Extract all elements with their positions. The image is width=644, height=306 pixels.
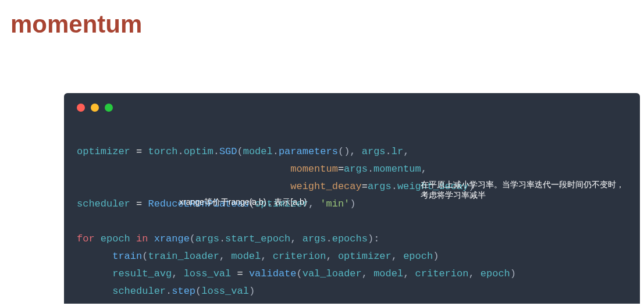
- code-token: criterion: [273, 251, 326, 262]
- minimize-icon: [91, 104, 99, 112]
- code-token: epoch: [403, 251, 433, 262]
- code-token: .: [368, 163, 373, 175]
- code-token: torch: [148, 146, 177, 157]
- page-title: momentum: [10, 10, 142, 38]
- code-token: [95, 233, 101, 244]
- code-token: (: [297, 268, 303, 279]
- code-token: for: [77, 233, 95, 244]
- code-token: =: [338, 163, 344, 175]
- code-indent: [77, 265, 112, 283]
- code-token: validate: [249, 268, 297, 279]
- code-token: (: [142, 251, 148, 262]
- code-token: model: [243, 146, 273, 157]
- code-token: args: [303, 233, 326, 244]
- code-token: ): [510, 268, 516, 279]
- code-token: .: [177, 146, 183, 157]
- code-token: weight_decay: [290, 181, 361, 192]
- window-dots: [77, 104, 627, 112]
- code-token: .: [326, 233, 332, 244]
- code-token: args: [368, 181, 392, 192]
- code-token: momentum: [290, 163, 338, 175]
- code-token: ,: [172, 268, 183, 279]
- code-token: scheduler: [77, 198, 130, 209]
- code-token: =: [362, 181, 368, 192]
- code-token: optimizer: [338, 251, 392, 262]
- code-token: ,: [350, 146, 361, 157]
- code-token: xrange: [154, 233, 190, 244]
- code-token: (: [195, 286, 201, 297]
- code-token: lr: [392, 146, 403, 157]
- code-token: ): [249, 286, 255, 297]
- code-indent: [77, 248, 112, 265]
- code-token: optim: [184, 146, 214, 157]
- code-token: loss_val: [201, 286, 249, 297]
- code-token: .: [166, 286, 172, 297]
- code-token: epochs: [332, 233, 368, 244]
- code-token: model: [231, 251, 261, 262]
- code-token: args: [362, 146, 386, 157]
- code-token: val_loader: [303, 268, 362, 279]
- code-token: [148, 233, 154, 244]
- code-indent: [77, 283, 112, 300]
- annotation-xrange: xrange等价于range(a,b)，表示[a,b): [179, 197, 354, 207]
- code-token: momentum: [373, 163, 421, 175]
- code-token: .: [386, 146, 392, 157]
- code-token: loss_val: [184, 268, 232, 279]
- code-token: (: [190, 233, 195, 244]
- code-token: ,: [468, 268, 480, 279]
- code-token: .: [214, 146, 219, 157]
- code-token: result_avg: [112, 268, 172, 279]
- code-token: epoch: [101, 233, 130, 244]
- code-token: start_epoch: [225, 233, 290, 244]
- code-token: ,: [362, 268, 373, 279]
- code-token: train_loader: [148, 251, 219, 262]
- code-token: in: [136, 233, 148, 244]
- code-token: args: [195, 233, 219, 244]
- code-token: .: [273, 146, 279, 157]
- code-block: optimizer = torch.optim.SGD(model.parame…: [77, 126, 627, 306]
- code-token: model: [373, 268, 403, 279]
- code-token: train: [112, 251, 142, 262]
- code-token: args: [344, 163, 368, 175]
- code-token: ):: [368, 233, 379, 244]
- code-token: .: [219, 233, 225, 244]
- code-token: ): [433, 251, 439, 262]
- code-token: epoch: [481, 268, 510, 279]
- code-token: scheduler: [112, 286, 166, 297]
- code-token: ,: [290, 233, 302, 244]
- code-token: =: [130, 146, 148, 157]
- code-token: .: [392, 181, 397, 192]
- code-token: ,: [403, 146, 409, 157]
- code-token: ,: [219, 251, 231, 262]
- close-icon: [77, 104, 85, 112]
- code-token: criterion: [415, 268, 469, 279]
- code-token: =: [130, 198, 148, 209]
- code-indent: [77, 178, 290, 195]
- code-token: =: [231, 268, 249, 279]
- annotation-plateau: 在平原上减小学习率。当学习率迭代一段时间仍不变时，考虑将学习率减半: [421, 179, 624, 200]
- code-token: [130, 233, 136, 244]
- code-token: ,: [403, 268, 415, 279]
- code-token: ,: [326, 251, 338, 262]
- code-token: step: [172, 286, 195, 297]
- code-indent: [77, 161, 290, 178]
- code-token: SGD: [219, 146, 237, 157]
- code-token: (: [237, 146, 243, 157]
- maximize-icon: [105, 104, 113, 112]
- code-token: optimizer: [77, 146, 130, 157]
- code-token: ,: [392, 251, 403, 262]
- code-token: (): [338, 146, 350, 157]
- code-panel: optimizer = torch.optim.SGD(model.parame…: [64, 93, 640, 304]
- code-token: ,: [261, 251, 272, 262]
- code-token: ,: [421, 163, 427, 175]
- code-token: parameters: [279, 146, 338, 157]
